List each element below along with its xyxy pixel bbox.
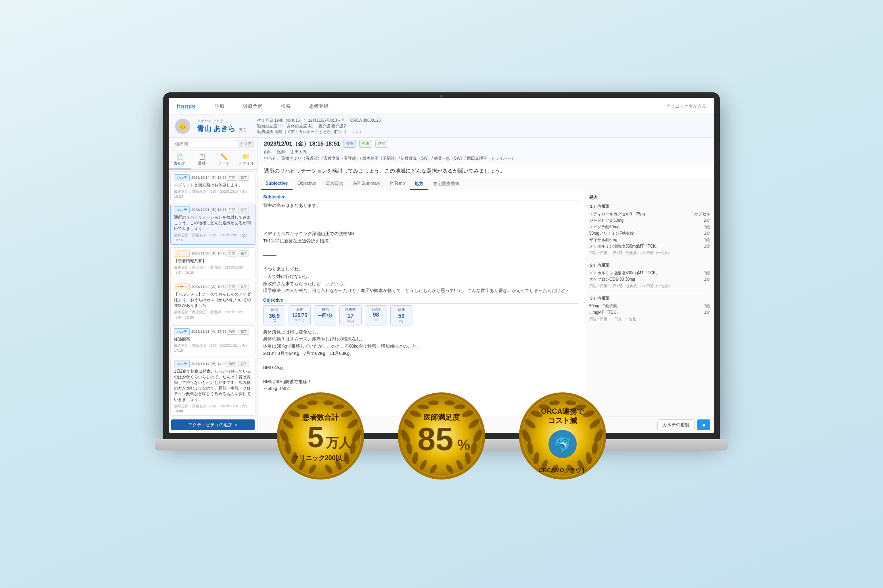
laurel-svg-2: 医師満足度 85 % xyxy=(393,388,490,484)
action-btn[interactable]: 完了 xyxy=(239,250,249,256)
objective-text: 身体所見上は特に変化なし。 身体の動きはスムーズ、疼痛やしびれの増悪なし。 体重… xyxy=(263,329,579,392)
app-logo: hamis xyxy=(177,103,195,110)
action-btn[interactable]: 訂問 xyxy=(227,175,237,181)
record-item[interactable]: カルテ 2023/12/14 (木) 18:23 訂問 完了 マグミットと漢方薬… xyxy=(170,171,255,201)
patient-meta: 生年月日 1940（昭和15）年12月11日/78歳3ヶ月 ORCA 00000… xyxy=(257,118,385,135)
record-item[interactable]: ノート 2023/11/22 (水) 10:30 訂問 完了 【カルテメモ】ナー… xyxy=(170,281,255,323)
tab-file[interactable]: 📁 ファイル xyxy=(235,151,257,169)
record-actions: 訪問 完了 xyxy=(227,329,249,335)
copy-karute-button[interactable]: カルテの複製 xyxy=(657,419,695,430)
vital-weight: 体重 53 Kg xyxy=(390,305,412,325)
tab-note[interactable]: ✏️ ノート xyxy=(213,151,235,169)
tab-prescription[interactable]: 処方 xyxy=(410,178,428,190)
record-content: 【カルテメモ】ナースでおんしんのアサダ様より。おうちのカンゴから54についての連… xyxy=(174,292,252,309)
tab-ap-summary[interactable]: A/P Summary xyxy=(348,178,385,190)
patient-facility: 勤知自立度 III xyxy=(257,124,282,128)
svg-text:コスト減: コスト減 xyxy=(548,417,578,425)
clear-button[interactable]: クリア xyxy=(238,140,254,148)
medal-patients: 患者数合計 5 万人 クリニック200以上 xyxy=(272,388,369,484)
record-date: 2023/11/21 (火) 17:19 xyxy=(191,329,227,334)
rx-drug-row: メトホルミン塩酸塩500mgMT「TCK」 1錠 xyxy=(589,270,710,276)
status-link: 訪問 xyxy=(375,140,388,148)
prescription-panel: 処方 １）内服薬 エディロールカプセル0．75μg 1カプセル ジャヌビア錠50… xyxy=(585,190,714,417)
rx-section-2: ２）内服薬 メトホルミン塩酸塩500mgMT「TCK」 1錠 タケプロンOD錠3… xyxy=(589,263,710,289)
tab-karute[interactable]: 📄 カルテ xyxy=(169,151,191,169)
record-item[interactable]: ノート 2023/11/30 (木) 18:20 訂問 完了 【患者情報共有】 … xyxy=(170,247,255,278)
svg-text:万人: 万人 xyxy=(325,436,352,450)
record-footer: 最終更新：齋藤あき（SW）2023/12/14（木）18:23 xyxy=(174,189,252,198)
confirm-button[interactable]: ■ xyxy=(697,419,710,430)
rx-drug-row: メトホルミン塩酸塩500mgMT「TCK」 1錠 xyxy=(589,243,710,250)
record-footer: 最終更新：西宮潤子（看護師）2023/11/30（木）18:20 xyxy=(174,265,252,275)
svg-text:患者数合計: 患者数合計 xyxy=(302,413,339,421)
record-content: マグミットと漢方薬はお休みします。 xyxy=(174,182,252,188)
subjective-text: 背中の痛みはまだあります。 ——— メディカルスキャニング深池山王での腰椎MRI… xyxy=(263,202,579,294)
record-actions: 訂問 完了 xyxy=(227,175,249,181)
action-btn[interactable]: 訂問 xyxy=(227,250,237,256)
svg-text:クリニック200以上: クリニック200以上 xyxy=(293,455,349,461)
note-icon: ✏️ xyxy=(214,153,234,160)
record-type-badge: ノート xyxy=(174,284,190,290)
action-btn[interactable]: 訂問 xyxy=(227,284,237,290)
action-btn[interactable]: 完了 xyxy=(239,175,249,181)
rx-instruction: 用法／用量 1日1回（朝食前）/ 30日分（一包化） xyxy=(589,250,710,256)
tab-home-medical[interactable]: 在宅医療費等 xyxy=(428,178,465,190)
status-confirmed: 診療 xyxy=(343,140,356,148)
vital-pulse: 脈拍 —回/分 xyxy=(314,305,336,325)
patient-care: 要介護 要介護2 xyxy=(318,124,346,128)
rx-drug-row: スーグラ錠50mg 1錠 xyxy=(589,224,710,230)
patient-workplace: 勤務場所 病院（メディカルホームまどか川口クリニック） xyxy=(257,129,363,134)
action-btn[interactable]: 完了 xyxy=(239,329,249,335)
rx-section-3: ３）内服薬 50mg...E錠衣錠 1錠 ...mgMT「TCK」 1錠 用法／… xyxy=(589,296,710,322)
record-summary: 通所のリハビリテーションを検討してみましょう。この地域にどんな選択があるか聞いて… xyxy=(257,164,714,178)
record-doctor-label: 医師 xyxy=(277,150,285,154)
content-tabs: Subjective Objective 写真写真 A/P Summary P … xyxy=(257,178,714,190)
clinic-name: クリニック名が入る xyxy=(666,103,706,109)
add-activity-button[interactable]: アクティビティの追加 ∧ xyxy=(171,419,255,430)
record-footer: 最終更新：齋藤あき（SW）2023/11/14（火）14:00 xyxy=(174,404,252,413)
action-btn[interactable]: 完了 xyxy=(239,284,249,290)
laptop-wrapper: hamis 診療 診療予定 検索 患者登録 クリニック名が入る 👴 アオヤマ ア… xyxy=(159,92,724,496)
record-date: 2023/12/01 (金) 18:15 xyxy=(191,207,227,213)
svg-text:ORCA連携で: ORCA連携で xyxy=(541,407,585,415)
svg-text:85: 85 xyxy=(418,421,454,457)
action-btn[interactable]: 完了 xyxy=(239,207,249,213)
rx-title: 処方 xyxy=(589,194,710,200)
tab-subjective[interactable]: Subjective xyxy=(261,178,293,190)
patient-kana: アオヤマ アキラ xyxy=(197,119,247,124)
nav-shinryo[interactable]: 診療 xyxy=(211,101,228,111)
rx-drug-row: タケプロンOD錠30 30mg 1錠 xyxy=(589,276,710,283)
record-item[interactable]: カルテ 2023/11/21 (火) 17:19 訪問 完了 経過観察 最終更新… xyxy=(170,325,255,355)
record-item[interactable]: カルテ 2023/11/14 (火) 14:00 訪問 完了 1日2食で朝食は軽… xyxy=(170,358,255,416)
rx-drug-row: エディロールカプセル0．75μg 1カプセル xyxy=(589,211,710,217)
patient-adl: 身体自立度 A1 xyxy=(287,124,313,128)
record-footer: 最終更新：西宮潤子（看護師）2023/11/22（水）10:30 xyxy=(174,310,252,320)
record-item[interactable]: カルテ 2023/12/01 (金) 18:15 訂問 完了 通所のリハビリテー… xyxy=(170,204,255,245)
record-meta: 内科 医師 山田太郎 xyxy=(264,149,708,155)
vital-spo2: SpO2 98 % xyxy=(365,305,387,325)
rx-drug-row: ザイサル錠5mg 1錠 xyxy=(589,237,710,243)
record-date: 2023/11/14 (火) 14:00 xyxy=(191,361,227,367)
nav-registration[interactable]: 患者登録 xyxy=(306,101,332,111)
rx-section-num: ２）内服薬 xyxy=(589,263,710,268)
action-btn[interactable]: 訪問 xyxy=(227,361,237,367)
rx-section-num: ３）内服薬 xyxy=(589,296,710,301)
record-date: 2023/11/22 (水) 10:30 xyxy=(191,284,227,290)
tab-photos[interactable]: 写真写真 xyxy=(321,178,348,190)
tab-p-temp[interactable]: P Temp xyxy=(385,178,410,190)
patient-orca: ORCA 00000123 xyxy=(350,118,381,123)
nav-search[interactable]: 検索 xyxy=(278,101,294,111)
nav-yotei[interactable]: 診療予定 xyxy=(240,101,266,111)
action-btn[interactable]: 完了 xyxy=(239,361,249,367)
record-actions: 訂問 完了 xyxy=(227,250,249,256)
action-btn[interactable]: 訪問 xyxy=(227,329,237,335)
tab-objective[interactable]: Objective xyxy=(293,178,321,190)
record-content: 通所のリハビリテーションを検討してみましょう。この地域にどんな選択があるか聞いて… xyxy=(174,215,252,231)
action-btn[interactable]: 訂問 xyxy=(227,207,237,213)
record-type-badge: ノート xyxy=(174,250,190,257)
app-header: hamis 診療 診療予定 検索 患者登録 クリニック名が入る xyxy=(169,98,714,115)
record-type-badge: カルテ xyxy=(174,328,190,335)
search-input[interactable] xyxy=(172,140,236,148)
tab-move[interactable]: 📋 遷移 xyxy=(191,151,213,169)
record-type-badge: カルテ xyxy=(174,174,190,181)
